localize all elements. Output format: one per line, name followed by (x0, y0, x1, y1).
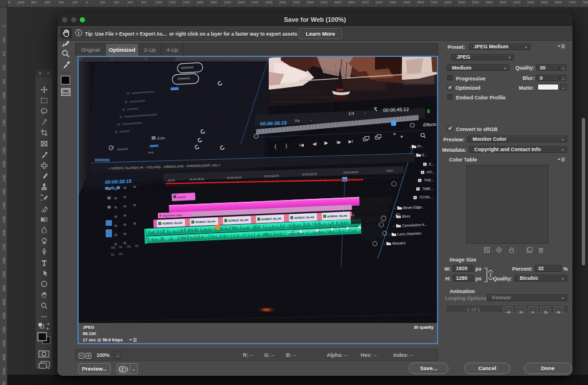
svg-text:?: ? (124, 367, 127, 372)
